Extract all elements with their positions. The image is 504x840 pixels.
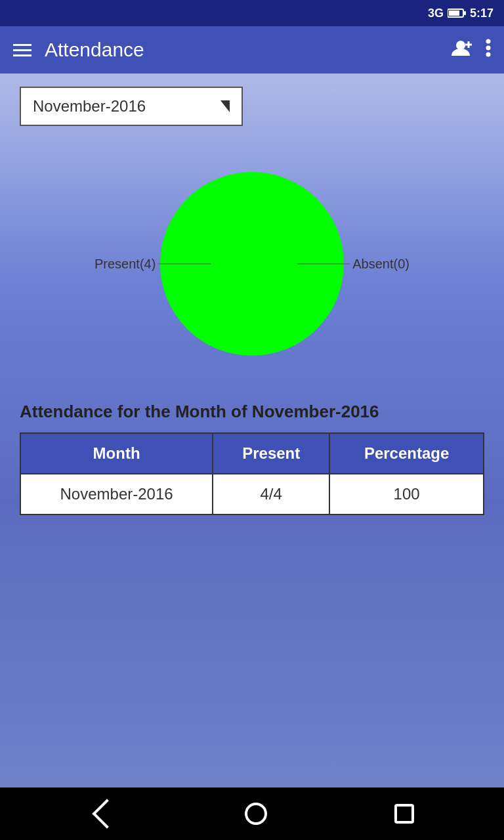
time-display: 5:17 [470, 7, 494, 20]
app-bar-actions [452, 39, 491, 62]
pie-container: Present(4) Absent(0) [88, 152, 416, 375]
table-cell-month: November-2016 [20, 474, 213, 514]
svg-point-8 [486, 52, 491, 56]
status-bar: 3G 5:17 [0, 0, 504, 26]
table-cell-percentage: 100 [329, 474, 484, 514]
main-content: November-2016 Present(4) Absent(0) Atten… [0, 74, 504, 788]
table-header-present: Present [213, 433, 329, 474]
attendance-summary-text: Attendance for the Month of November-201… [20, 402, 379, 422]
status-icons: 3G 5:17 [428, 7, 494, 20]
battery-icon [448, 8, 466, 18]
svg-rect-2 [464, 11, 466, 15]
recents-button[interactable] [394, 804, 414, 824]
nav-bar [0, 788, 504, 840]
home-button[interactable] [245, 803, 267, 825]
table-header-month: Month [20, 433, 213, 474]
app-bar: Attendance [0, 26, 504, 74]
app-bar-title: Attendance [45, 39, 438, 61]
absent-label: Absent(0) [297, 257, 410, 272]
table-cell-present: 4/4 [213, 474, 329, 514]
more-options-button[interactable] [486, 39, 491, 62]
table-header-row: Month Present Percentage [20, 433, 484, 474]
present-label: Present(4) [94, 257, 211, 272]
month-selector[interactable]: November-2016 [20, 87, 243, 126]
svg-point-3 [456, 41, 465, 50]
svg-point-7 [486, 45, 491, 50]
table-header-percentage: Percentage [329, 433, 484, 474]
home-icon [245, 803, 267, 825]
hamburger-icon[interactable] [13, 44, 32, 56]
back-icon [92, 799, 121, 828]
signal-indicator: 3G [428, 7, 444, 20]
attendance-table: Month Present Percentage November-2016 4… [20, 432, 484, 515]
recents-icon [394, 804, 414, 824]
month-selector-value: November-2016 [33, 97, 146, 116]
dropdown-arrow-icon [220, 100, 230, 112]
svg-rect-1 [449, 10, 459, 16]
add-person-button[interactable] [452, 39, 472, 62]
chart-area: Present(4) Absent(0) [20, 139, 484, 388]
table-row: November-2016 4/4 100 [20, 474, 484, 514]
back-button[interactable] [90, 803, 117, 824]
svg-point-6 [486, 39, 491, 43]
